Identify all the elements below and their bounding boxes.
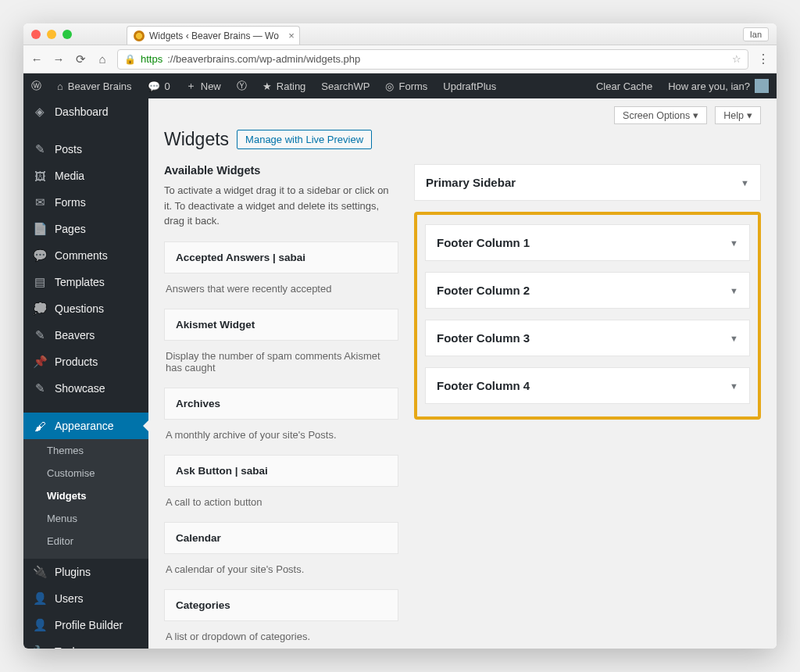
- widget-desc: A monthly archive of your site's Posts.: [164, 420, 398, 455]
- home-icon: ⌂: [57, 80, 63, 92]
- sidebar-item-questions[interactable]: 💭Questions: [23, 295, 148, 322]
- sidebar-item-profile-builder[interactable]: 👤Profile Builder: [23, 612, 148, 638]
- widget-area-footer-3[interactable]: Footer Column 3 ▼: [425, 320, 750, 356]
- favicon-icon: [134, 30, 145, 41]
- footer-areas-highlight: Footer Column 1 ▼ Footer Column 2 ▼ Foot…: [414, 212, 761, 420]
- widget-desc: Answers that were recently accepted: [164, 273, 398, 309]
- site-name-link[interactable]: ⌂Beaver Brains: [49, 73, 140, 98]
- wp-admin-bar: ⓦ ⌂Beaver Brains 💬0 ＋New Ⓨ ★Rating Searc…: [23, 73, 777, 98]
- sidebar-item-label: Beavers: [55, 329, 95, 341]
- clear-cache-link[interactable]: Clear Cache: [588, 73, 660, 98]
- ab-label: Clear Cache: [596, 80, 652, 92]
- browser-tab[interactable]: Widgets ‹ Beaver Brains — Wo ×: [127, 26, 300, 45]
- browser-menu-button[interactable]: ⋮: [756, 52, 770, 66]
- question-icon: 💭: [33, 302, 47, 316]
- ctrl-label: Screen Options: [623, 110, 690, 121]
- sidebar-item-appearance[interactable]: 🖌Appearance: [23, 413, 148, 439]
- help-button[interactable]: Help▾: [715, 106, 761, 124]
- sidebar-item-plugins[interactable]: 🔌Plugins: [23, 559, 148, 585]
- browser-window: Widgets ‹ Beaver Brains — Wo × Ian ← → ⟳…: [23, 23, 777, 649]
- sidebar-item-label: Media: [55, 170, 84, 182]
- ctrl-label: Help: [723, 110, 744, 121]
- maximize-window-button[interactable]: [62, 30, 72, 39]
- sidebar-item-products[interactable]: 📌Products: [23, 349, 148, 375]
- sidebar-item-posts[interactable]: ✎Posts: [23, 136, 148, 163]
- available-widgets-column: Available Widgets To activate a widget d…: [164, 164, 398, 649]
- sidebar-item-showcase[interactable]: ✎Showcase: [23, 375, 148, 402]
- rating-link[interactable]: ★Rating: [255, 73, 314, 98]
- ab-label: SearchWP: [321, 80, 370, 92]
- sidebar-item-label: Templates: [55, 276, 105, 288]
- back-button[interactable]: ←: [30, 52, 44, 66]
- chevron-down-icon: ▼: [730, 334, 738, 343]
- sidebar-item-templates[interactable]: ▤Templates: [23, 269, 148, 295]
- widget-area-footer-2[interactable]: Footer Column 2 ▼: [425, 272, 750, 309]
- forward-button[interactable]: →: [52, 52, 66, 66]
- chevron-down-icon: ▼: [730, 238, 738, 248]
- area-title: Footer Column 4: [437, 379, 530, 392]
- comment-icon: 💬: [33, 248, 47, 263]
- available-widgets-heading: Available Widgets: [164, 164, 398, 177]
- sidebar-item-comments[interactable]: 💬Comments: [23, 242, 148, 269]
- reload-button[interactable]: ⟳: [73, 52, 88, 66]
- widget-item[interactable]: Archives: [164, 388, 398, 420]
- screen-options-button[interactable]: Screen Options▾: [614, 106, 707, 124]
- live-preview-button[interactable]: Manage with Live Preview: [237, 130, 372, 149]
- plugin-icon: 🔌: [33, 565, 47, 579]
- submenu-menus[interactable]: Menus: [23, 507, 148, 530]
- submenu-customise[interactable]: Customise: [23, 462, 148, 484]
- yoast-link[interactable]: Ⓨ: [229, 73, 255, 98]
- sidebar-item-tools[interactable]: 🔧Tools: [23, 638, 148, 649]
- close-window-button[interactable]: [31, 30, 41, 39]
- widget-title: Categories: [164, 589, 398, 621]
- widget-item[interactable]: Akismet Widget: [164, 309, 398, 341]
- widget-title: Akismet Widget: [164, 309, 398, 341]
- browser-toolbar: ← → ⟳ ⌂ 🔒 https://beaverbrains.com/wp-ad…: [23, 45, 777, 73]
- sidebar-item-forms[interactable]: ✉Forms: [23, 189, 148, 216]
- wp-logo-button[interactable]: ⓦ: [23, 73, 49, 98]
- forms-link[interactable]: ◎Forms: [377, 73, 435, 98]
- sidebar-item-dashboard[interactable]: ◈Dashboard: [23, 98, 148, 125]
- address-bar[interactable]: 🔒 https://beaverbrains.com/wp-admin/widg…: [117, 49, 748, 70]
- comments-link[interactable]: 💬0: [140, 73, 178, 98]
- widget-title: Calendar: [164, 522, 398, 554]
- widget-area-footer-1[interactable]: Footer Column 1 ▼: [425, 224, 750, 261]
- widget-item[interactable]: Accepted Answers | sabai: [164, 241, 398, 273]
- sidebar-item-label: Appearance: [55, 420, 114, 432]
- submenu-widgets[interactable]: Widgets: [23, 484, 148, 507]
- titlebar: Widgets ‹ Beaver Brains — Wo × Ian: [23, 23, 777, 45]
- dashboard-icon: ◈: [33, 105, 47, 119]
- account-link[interactable]: How are you, ian?: [660, 73, 777, 98]
- sidebar-item-media[interactable]: 🖼Media: [23, 163, 148, 189]
- page-icon: 📄: [33, 222, 47, 236]
- wp-body: ◈Dashboard ✎Posts 🖼Media ✉Forms 📄Pages 💬…: [23, 98, 777, 649]
- screen-meta-links: Screen Options▾ Help▾: [164, 106, 761, 124]
- widget-area-footer-4[interactable]: Footer Column 4 ▼: [425, 367, 750, 404]
- submenu-editor[interactable]: Editor: [23, 530, 148, 552]
- site-name: Beaver Brains: [68, 80, 132, 92]
- sidebar-item-beavers[interactable]: ✎Beavers: [23, 322, 148, 349]
- bookmark-star-icon[interactable]: ☆: [732, 53, 741, 65]
- widget-item[interactable]: Calendar: [164, 522, 398, 554]
- widget-item[interactable]: Ask Button | sabai: [164, 455, 398, 487]
- sidebar-item-users[interactable]: 👤Users: [23, 585, 148, 612]
- widget-desc: A calendar of your site's Posts.: [164, 554, 398, 589]
- widget-area-primary[interactable]: Primary Sidebar ▼: [414, 164, 761, 201]
- home-button[interactable]: ⌂: [95, 52, 109, 66]
- new-content-link[interactable]: ＋New: [178, 73, 229, 98]
- widget-item[interactable]: Categories: [164, 589, 398, 621]
- widget-desc: A list or dropdown of categories.: [164, 621, 398, 649]
- howdy-text: How are you, ian?: [668, 80, 750, 92]
- sidebar-item-label: Dashboard: [55, 105, 109, 118]
- sidebar-item-label: Showcase: [55, 382, 105, 395]
- updraft-link[interactable]: UpdraftPlus: [435, 73, 504, 98]
- sidebar-item-label: Forms: [55, 196, 86, 209]
- close-tab-button[interactable]: ×: [288, 30, 295, 41]
- minimize-window-button[interactable]: [47, 30, 56, 39]
- widget-title: Archives: [164, 388, 398, 420]
- area-title: Footer Column 2: [437, 284, 530, 297]
- searchwp-link[interactable]: SearchWP: [313, 73, 377, 98]
- submenu-themes[interactable]: Themes: [23, 439, 148, 462]
- widget-areas-column: Primary Sidebar ▼ Footer Column 1 ▼ Foot…: [414, 164, 761, 649]
- sidebar-item-pages[interactable]: 📄Pages: [23, 216, 148, 242]
